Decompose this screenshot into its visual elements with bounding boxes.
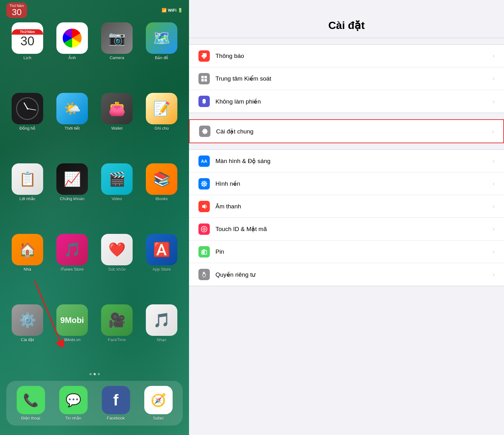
photos-icon	[63, 29, 82, 48]
khonglamphien-chevron: ›	[493, 98, 495, 105]
row-thongbao[interactable]: Thông báo ›	[189, 45, 504, 67]
svg-point-16	[205, 183, 207, 184]
quyenriengtu-icon	[198, 269, 210, 280]
app-chungkhoan[interactable]: 📈 Chứng khoán	[52, 163, 92, 229]
svg-rect-3	[201, 54, 203, 55]
app-label-nhac: Nhạc	[157, 337, 166, 342]
status-bar: Thứ Năm 30 📶 WiFi 🔋	[0, 0, 189, 19]
app-label-thoitiet: Thời tiết	[65, 126, 80, 131]
app-caidat[interactable]: ⚙️ Cài đặt	[8, 304, 47, 370]
dock-tinnhan[interactable]: 💬 Tin nhắn	[59, 386, 88, 421]
section-general: Cài đặt chung ›	[189, 119, 504, 143]
pin-chevron: ›	[493, 248, 495, 255]
status-icons: 📶 WiFi 🔋	[162, 8, 183, 13]
app-loinhac[interactable]: 📋 Lời nhắc	[8, 163, 47, 229]
settings-panel: Cài đặt Thông báo ›	[189, 0, 504, 435]
section-notifications: Thông báo › Trung tâm Kiểm soát ›	[189, 44, 504, 113]
dock-dienthoai[interactable]: 📞 Điện thoại	[17, 386, 45, 421]
app-9mobi[interactable]: 9Mobi 9Mobi.vn	[52, 304, 92, 370]
svg-rect-26	[203, 250, 205, 251]
quyenriengtu-chevron: ›	[493, 271, 495, 278]
svg-point-12	[203, 183, 205, 185]
svg-point-14	[203, 185, 205, 187]
weather-icon: 🌤️	[64, 100, 81, 117]
khonglamphien-icon	[198, 96, 210, 107]
app-ghichu[interactable]: 📝 Ghi chú	[142, 93, 181, 158]
hinhnen-chevron: ›	[493, 180, 495, 187]
app-label-chungkhoan: Chứng khoán	[60, 196, 84, 201]
amthanh-chevron: ›	[493, 203, 495, 210]
app-label-9mobi: 9Mobi.vn	[64, 337, 81, 342]
thongbao-label: Thông báo	[215, 53, 490, 59]
settings-icon: ⚙️	[19, 312, 36, 328]
app-anh[interactable]: Ảnh	[52, 22, 92, 88]
svg-point-15	[201, 183, 203, 184]
thongbao-icon	[198, 50, 210, 62]
manhinh-icon: AA	[198, 155, 210, 167]
app-thoitiet[interactable]: 🌤️ Thời tiết	[52, 93, 92, 158]
row-hinhnen[interactable]: Hình nền ›	[189, 172, 504, 195]
svg-point-20	[204, 184, 207, 186]
row-amthanh[interactable]: Âm thanh ›	[189, 195, 504, 218]
pin-icon	[198, 246, 210, 257]
dot-2	[94, 373, 96, 375]
pin-label: Pin	[215, 248, 490, 255]
row-touchid[interactable]: Touch ID & Mật mã ›	[189, 218, 504, 240]
app-ibooks[interactable]: 📚 iBooks	[142, 163, 181, 229]
svg-point-18	[204, 181, 207, 183]
app-lich[interactable]: Thứ Năm 30 Lịch	[8, 22, 47, 88]
app-label-lich: Lịch	[24, 55, 32, 60]
row-pin[interactable]: Pin ›	[189, 240, 504, 263]
app-label-facetime: FaceTime	[108, 337, 126, 342]
app-bando[interactable]: 🗺️ Bản đồ	[142, 22, 181, 88]
settings-list[interactable]: Thông báo › Trung tâm Kiểm soát ›	[189, 38, 504, 435]
app-label-suckhoe: Sức khỏe	[108, 267, 126, 272]
hinhnen-label: Hình nền	[215, 180, 490, 187]
app-facetime[interactable]: 🎥 FaceTime	[97, 304, 137, 370]
app-camera[interactable]: 📷 Camera	[97, 22, 137, 88]
thongbao-chevron: ›	[493, 53, 495, 59]
dock-label-facebook: Facebook	[107, 416, 125, 421]
app-label-ibooks: iBooks	[155, 196, 168, 201]
trungkiemsoat-chevron: ›	[493, 75, 495, 82]
khonglamphien-label: Không làm phiền	[215, 98, 490, 105]
app-itunes[interactable]: 🎵 iTunes Store	[52, 234, 92, 299]
app-video[interactable]: 🎬 Video	[97, 163, 137, 229]
svg-point-17	[201, 181, 203, 183]
dock-facebook[interactable]: f Facebook	[102, 386, 130, 421]
app-label-itunes: iTunes Store	[60, 267, 83, 272]
app-nha[interactable]: 🏠 Nhà	[8, 234, 47, 299]
row-trungkiemsoat[interactable]: Trung tâm Kiểm soát ›	[189, 67, 504, 90]
app-label-appstore: App Store	[152, 267, 171, 272]
app-label-donghoo: Đồng hồ	[20, 126, 36, 131]
app-wallet[interactable]: 👛 Wallet	[97, 93, 137, 158]
row-caidatchung[interactable]: Cài đặt chung ›	[190, 120, 503, 143]
trungkiemsoat-icon	[198, 73, 210, 84]
app-grid: Thứ Năm 30 Lịch Ảnh 📷 Camera 🗺️ Bản đồ	[0, 19, 189, 373]
row-manhinh[interactable]: AA Màn hình & Độ sáng ›	[189, 150, 504, 172]
caidatchung-label: Cài đặt chung	[216, 128, 489, 135]
svg-rect-25	[202, 251, 205, 254]
svg-point-13	[203, 181, 205, 183]
amthanh-label: Âm thanh	[215, 203, 490, 210]
manhinh-label: Màn hình & Độ sáng	[215, 157, 490, 165]
app-dock: 📞 Điện thoại 💬 Tin nhắn f Facebook 🧭 Saf…	[6, 381, 183, 426]
manhinh-chevron: ›	[493, 158, 495, 164]
dock-label-dienthoai: Điện thoại	[21, 416, 40, 421]
svg-rect-9	[203, 103, 205, 104]
app-label-camera: Camera	[110, 55, 124, 60]
app-donghoo[interactable]: Đồng hồ	[8, 93, 47, 158]
app-suckhoe[interactable]: ❤️ Sức khỏe	[97, 234, 137, 299]
app-label-ghichu: Ghi chú	[155, 126, 169, 131]
date-widget: Thứ Năm 30	[6, 3, 27, 18]
touchid-icon	[198, 223, 210, 235]
touchid-label: Touch ID & Mật mã	[215, 225, 490, 233]
app-appstore[interactable]: 🅰️ App Store	[142, 234, 181, 299]
row-quyenriengtu[interactable]: Quyền riêng tư ›	[189, 263, 504, 286]
trungkiemsoat-label: Trung tâm Kiểm soát	[215, 75, 490, 82]
svg-rect-6	[204, 76, 207, 78]
svg-marker-21	[202, 204, 205, 209]
row-khonglamphien[interactable]: Không làm phiền ›	[189, 90, 504, 113]
dock-safari[interactable]: 🧭 Safari	[144, 386, 173, 421]
app-nhac[interactable]: 🎵 Nhạc	[142, 304, 181, 370]
